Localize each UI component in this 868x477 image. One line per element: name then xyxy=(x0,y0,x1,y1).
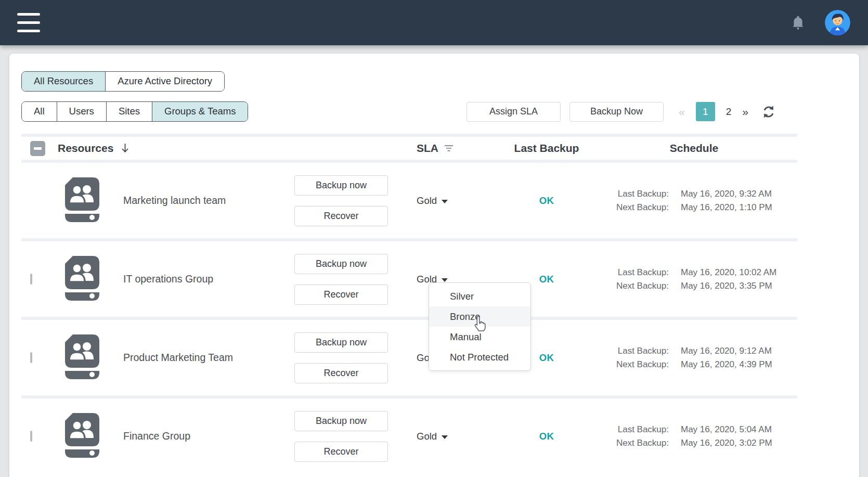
tab-all[interactable]: All xyxy=(22,102,57,121)
tab-users[interactable]: Users xyxy=(57,102,106,121)
table-header-row: Resources SLA Last Backup Schedule xyxy=(21,137,797,160)
tab-all-resources[interactable]: All Resources xyxy=(22,72,105,91)
tab-groups-teams[interactable]: Groups & Teams xyxy=(152,102,248,121)
assign-sla-button[interactable]: Assign SLA xyxy=(467,102,561,122)
mouse-cursor-hand-icon xyxy=(472,315,489,333)
tab-azure-active-directory[interactable]: Azure Active Directory xyxy=(105,72,224,91)
last-backup-label: Last Backup: xyxy=(591,344,669,358)
sla-value-dropdown[interactable]: Gold xyxy=(417,431,448,442)
select-all-checkbox[interactable] xyxy=(30,141,45,156)
next-backup-value: May 16, 2020, 3:02 PM xyxy=(669,436,797,450)
next-backup-label: Next Backup: xyxy=(591,436,669,450)
resource-name: Marketing launch team xyxy=(123,195,226,206)
resource-type-tabs: All Users Sites Groups & Teams xyxy=(21,101,248,122)
sla-value-dropdown[interactable]: Gold xyxy=(417,195,448,207)
content-card: All Resources Azure Active Directory All… xyxy=(9,54,859,477)
row-checkbox[interactable] xyxy=(30,352,32,363)
next-backup-label: Next Backup: xyxy=(591,279,669,293)
last-backup-label: Last Backup: xyxy=(591,423,669,436)
row-recover-button[interactable]: Recover xyxy=(294,363,388,383)
group-team-icon xyxy=(65,413,99,458)
group-team-icon xyxy=(65,177,99,222)
pagination-prev[interactable]: « xyxy=(679,106,685,118)
last-backup-value: May 16, 2020, 9:12 AM xyxy=(669,344,797,358)
next-backup-label: Next Backup: xyxy=(591,358,669,371)
resource-scope-tabs: All Resources Azure Active Directory xyxy=(21,71,225,92)
last-backup-label: Last Backup: xyxy=(591,187,669,201)
next-backup-value: May 16, 2020, 3:35 PM xyxy=(669,279,797,293)
table-row: Marketing launch team Backup now Recover… xyxy=(21,163,797,238)
caret-down-icon xyxy=(442,278,448,282)
group-team-icon xyxy=(65,334,99,379)
row-backup-now-button[interactable]: Backup now xyxy=(294,175,388,196)
row-checkbox[interactable] xyxy=(30,431,32,442)
column-header-schedule: Schedule xyxy=(591,142,797,154)
sort-descending-icon xyxy=(121,143,129,153)
filter-icon[interactable] xyxy=(444,145,454,152)
next-backup-value: May 16, 2020, 4:39 PM xyxy=(669,358,797,371)
next-backup-value: May 16, 2020, 1:10 PM xyxy=(669,201,797,214)
pagination-page-1[interactable]: 1 xyxy=(696,102,715,121)
last-backup-label: Last Backup: xyxy=(591,266,669,279)
next-backup-label: Next Backup: xyxy=(591,201,669,214)
status-badge: OK xyxy=(539,274,554,285)
resources-table: Resources SLA Last Backup Schedule xyxy=(21,134,797,474)
group-team-icon xyxy=(65,256,99,301)
row-recover-button[interactable]: Recover xyxy=(294,285,388,305)
caret-down-icon xyxy=(442,435,448,439)
row-recover-button[interactable]: Recover xyxy=(294,442,388,462)
pagination-next[interactable]: » xyxy=(742,106,748,118)
row-backup-now-button[interactable]: Backup now xyxy=(294,332,388,353)
pagination: « 1 2 » xyxy=(679,102,776,121)
refresh-icon[interactable] xyxy=(761,105,776,119)
pagination-page-2[interactable]: 2 xyxy=(726,106,732,118)
user-avatar[interactable] xyxy=(825,10,850,35)
table-row: IT operations Group Backup now Recover G… xyxy=(21,241,797,317)
resource-name: Finance Group xyxy=(123,430,190,442)
last-backup-value: May 16, 2020, 10:02 AM xyxy=(669,266,797,279)
row-backup-now-button[interactable]: Backup now xyxy=(294,411,388,431)
tab-sites[interactable]: Sites xyxy=(106,102,152,121)
table-row: Finance Group Backup now Recover Gold OK… xyxy=(21,398,797,474)
hamburger-menu-icon[interactable] xyxy=(17,13,40,32)
row-checkbox[interactable] xyxy=(30,274,32,285)
sla-option-silver[interactable]: Silver xyxy=(429,286,530,306)
row-recover-button[interactable]: Recover xyxy=(294,206,388,226)
sla-value: Gold xyxy=(417,195,437,207)
backup-now-button[interactable]: Backup Now xyxy=(569,102,664,122)
notifications-bell-icon[interactable] xyxy=(791,15,805,30)
column-header-last-backup: Last Backup xyxy=(502,142,591,154)
status-badge: OK xyxy=(539,352,554,363)
sla-value: Gold xyxy=(417,431,437,442)
sla-option-not-protected[interactable]: Not Protected xyxy=(429,347,530,367)
row-backup-now-button[interactable]: Backup now xyxy=(294,254,388,274)
table-row: Product Marketing Team Backup now Recove… xyxy=(21,320,797,395)
last-backup-value: May 16, 2020, 9:32 AM xyxy=(669,187,797,201)
caret-down-icon xyxy=(442,200,448,203)
resource-name: Product Marketing Team xyxy=(123,352,233,363)
column-header-sla: SLA xyxy=(404,142,502,154)
column-header-resources[interactable]: Resources xyxy=(58,142,404,154)
status-badge: OK xyxy=(539,195,554,206)
resource-name: IT operations Group xyxy=(123,273,213,285)
top-nav-bar xyxy=(0,0,868,45)
status-badge: OK xyxy=(539,431,554,442)
last-backup-value: May 16, 2020, 5:04 AM xyxy=(669,423,797,436)
